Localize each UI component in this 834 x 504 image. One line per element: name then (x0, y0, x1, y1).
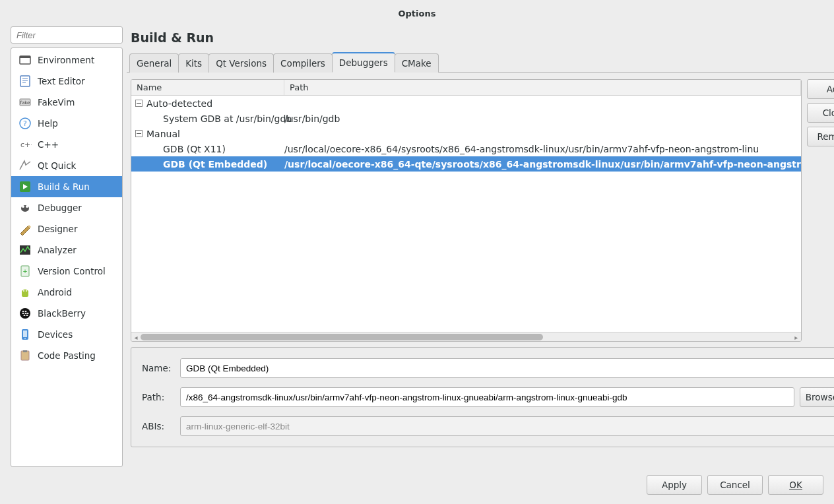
svg-text:?: ? (23, 119, 27, 128)
sidebar-item-vcs[interactable]: +Version Control (11, 261, 122, 282)
tree-row[interactable]: GDB (Qt Embedded)/usr/local/oecore-x86_6… (131, 156, 801, 172)
sidebar-item-label: FakeVim (38, 97, 75, 108)
path-row: Path: Browse... (142, 387, 834, 407)
paste-icon (18, 348, 32, 363)
filter-input[interactable] (11, 26, 123, 44)
svg-point-25 (25, 313, 27, 314)
sidebar-item-analyzer[interactable]: Analyzer (11, 239, 122, 261)
fakevim-icon: fake (18, 95, 32, 110)
text-editor-icon (18, 74, 32, 88)
tree-body[interactable]: −Auto-detectedSystem GDB at /usr/bin/gdb… (131, 96, 801, 332)
side-button-bar: Add Clone Remove (807, 79, 834, 342)
sidebar-item-paste[interactable]: Code Pasting (11, 345, 122, 366)
tree-group[interactable]: −Manual (131, 126, 801, 141)
tree-item-path: /usr/local/oecore-x86_64/sysroots/x86_64… (284, 144, 801, 154)
sidebar-list[interactable]: EnvironmentText EditorfakeFakeVim?Helpc+… (11, 47, 123, 467)
scroll-right-icon[interactable]: ▸ (792, 332, 801, 342)
sidebar-item-label: Help (38, 118, 58, 129)
svg-rect-33 (23, 350, 27, 352)
sidebar-item-label: Environment (38, 55, 94, 65)
add-button[interactable]: Add (807, 79, 834, 99)
svg-point-26 (27, 313, 29, 314)
qtquick-icon (18, 158, 32, 173)
sidebar-item-qtquick[interactable]: Qt Quick (11, 155, 122, 176)
sidebar-item-text-editor[interactable]: Text Editor (11, 71, 122, 92)
sidebar-item-label: Android (38, 287, 72, 298)
sidebar-item-android[interactable]: Android (11, 282, 122, 303)
name-input[interactable] (180, 358, 834, 378)
debuggers-tree[interactable]: Name Path −Auto-detectedSystem GDB at /u… (131, 79, 802, 342)
remove-button[interactable]: Remove (807, 127, 834, 146)
svg-point-20 (26, 290, 27, 292)
sidebar-item-designer[interactable]: Designer (11, 218, 122, 239)
sidebar-item-fakevim[interactable]: fakeFakeVim (11, 92, 122, 113)
sidebar-item-label: Build & Run (38, 181, 90, 192)
tree-item-path: /usr/local/oecore-x86_64-qte/sysroots/x8… (284, 159, 801, 170)
debuggers-top-area: Name Path −Auto-detectedSystem GDB at /u… (131, 79, 834, 342)
sidebar-item-devices[interactable]: Devices (11, 324, 122, 345)
sidebar-item-build-run[interactable]: Build & Run (11, 176, 122, 197)
cancel-button[interactable]: Cancel (707, 475, 763, 495)
window-titlebar: Options (0, 0, 834, 26)
tab-cmake[interactable]: CMake (395, 53, 439, 73)
svg-point-24 (22, 313, 24, 314)
path-label: Path: (142, 392, 175, 402)
sidebar-item-label: Code Pasting (38, 350, 96, 361)
abis-label: ABIs: (142, 421, 175, 431)
collapse-icon[interactable]: − (135, 100, 143, 107)
android-icon (18, 285, 32, 299)
sidebar-item-help[interactable]: ?Help (11, 113, 122, 134)
tab-content-debuggers: Name Path −Auto-detectedSystem GDB at /u… (127, 73, 834, 467)
dialog-content: EnvironmentText EditorfakeFakeVim?Helpc+… (0, 26, 834, 467)
tab-compilers[interactable]: Compilers (273, 53, 333, 73)
sidebar-item-label: C++ (38, 139, 59, 150)
svg-point-14 (22, 205, 24, 208)
name-label: Name: (142, 363, 175, 373)
browse-button[interactable]: Browse... (800, 387, 834, 407)
main-panel: Build & Run GeneralKitsQt VersionsCompil… (127, 26, 834, 467)
tree-row[interactable]: GDB (Qt X11)/usr/local/oecore-x86_64/sys… (131, 141, 801, 156)
sidebar-item-cpp[interactable]: c++C++ (11, 134, 122, 155)
scroll-left-icon[interactable]: ◂ (131, 332, 141, 342)
dialog-button-bar: Apply Cancel OK (0, 467, 834, 504)
debugger-detail-panel: Name: Path: Browse... ABIs: (131, 347, 834, 447)
svg-point-31 (24, 338, 26, 339)
sidebar-item-label: Designer (38, 224, 77, 234)
tab-kits[interactable]: Kits (178, 53, 209, 73)
tab-general[interactable]: General (129, 53, 179, 73)
svg-rect-2 (20, 76, 30, 86)
abis-input (180, 416, 834, 436)
tab-qt-versions[interactable]: Qt Versions (208, 53, 274, 73)
tree-col-name[interactable]: Name (131, 80, 284, 95)
cpp-icon: c++ (18, 137, 32, 152)
svg-rect-1 (20, 56, 30, 58)
tab-debuggers[interactable]: Debuggers (332, 52, 395, 73)
help-icon: ? (18, 116, 32, 131)
collapse-icon[interactable]: − (135, 130, 143, 137)
window-title: Options (399, 9, 436, 18)
sidebar-item-label: Devices (38, 329, 73, 340)
tree-group[interactable]: −Auto-detected (131, 96, 801, 111)
vcs-icon: + (18, 264, 32, 278)
svg-point-28 (26, 315, 28, 316)
build-run-icon (18, 179, 32, 194)
path-input[interactable] (180, 387, 794, 407)
debugger-icon (18, 201, 32, 215)
sidebar-item-blackberry[interactable]: BlackBerry (11, 303, 122, 324)
tree-item-name: GDB (Qt Embedded) (135, 159, 267, 170)
sidebar-item-label: Version Control (38, 266, 106, 276)
horizontal-scrollbar[interactable]: ◂ ▸ (131, 332, 801, 341)
sidebar-item-label: Text Editor (38, 76, 85, 86)
tree-col-path[interactable]: Path (284, 80, 801, 95)
sidebar-item-environment[interactable]: Environment (11, 49, 122, 71)
sidebar-item-debugger[interactable]: Debugger (11, 197, 122, 218)
tree-row[interactable]: System GDB at /usr/bin/gdb/usr/bin/gdb (131, 111, 801, 126)
scrollbar-thumb[interactable] (141, 334, 543, 340)
sidebar-item-label: Debugger (38, 203, 82, 213)
blackberry-icon (18, 306, 32, 321)
tree-group-label: Manual (146, 129, 180, 139)
svg-rect-30 (23, 331, 27, 337)
ok-button[interactable]: OK (768, 475, 823, 495)
clone-button[interactable]: Clone (807, 103, 834, 123)
apply-button[interactable]: Apply (647, 475, 702, 495)
